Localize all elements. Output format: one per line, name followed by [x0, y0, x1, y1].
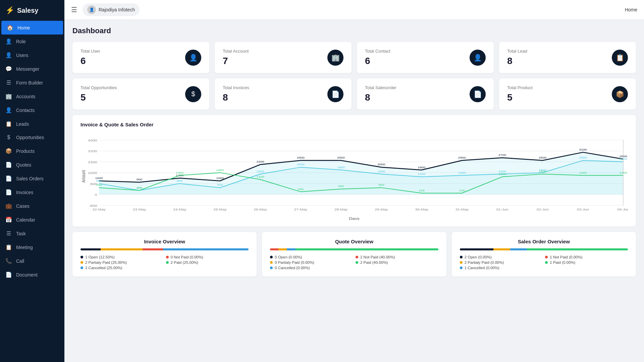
svg-text:100: 100 — [419, 189, 424, 192]
cases-icon: 💼 — [5, 203, 12, 209]
legend-label-2-2: 2 Partialy Paid (0.00%) — [465, 260, 504, 264]
sidebar-item-invoices[interactable]: 📄 Invoices — [0, 185, 64, 199]
stat-value-0: 6 — [80, 56, 100, 66]
legend-item-0-1: 0 Not Paid (0.00%) — [166, 255, 249, 259]
legend-label-1-1: 2 Not Paid (40.00%) — [360, 255, 395, 259]
stat-icon-3: 📋 — [612, 50, 628, 66]
app-logo: ⚡ Salesy — [0, 0, 64, 21]
svg-text:2500: 2500 — [458, 156, 466, 159]
sidebar-item-document[interactable]: 📄 Document — [0, 268, 64, 282]
stat-value-5: 8 — [223, 92, 249, 103]
legend-item-1-3: 2 Paid (40.00%) — [356, 260, 438, 264]
user-badge[interactable]: 👤 Rajodiya Infotech — [83, 3, 140, 16]
legend-dot-0-1 — [166, 256, 169, 258]
stat-value-1: 7 — [223, 56, 249, 66]
progress-segment-1-2 — [287, 248, 295, 250]
stats-grid-row1: Total User 6 👤 Total Account 7 🏢 Total C… — [72, 42, 636, 73]
legend-dot-2-1 — [545, 256, 548, 258]
legend-item-2-4: 1 Cancelled (0.00%) — [460, 266, 543, 270]
svg-text:28-May: 28-May — [334, 207, 348, 211]
sidebar-item-leads[interactable]: 📋 Leads — [0, 117, 64, 131]
sidebar-item-meeting[interactable]: 📋 Meeting — [0, 240, 64, 254]
invoices-icon: 📄 — [5, 189, 12, 195]
sidebar-item-quotes[interactable]: 📄 Quotes — [0, 158, 64, 172]
logo-icon: ⚡ — [5, 6, 14, 15]
sidebar-item-role[interactable]: 👤 Role — [0, 35, 64, 48]
sidebar-item-opportunities[interactable]: $ Opportunities — [0, 131, 64, 144]
sidebar-item-accounts[interactable]: 🏢 Accounts — [0, 89, 64, 103]
legend-label-0-3: 2 Paid (25.00%) — [171, 260, 198, 264]
legend-item-1-2: 0 Partialy Paid (0.00%) — [270, 260, 353, 264]
stat-value-2: 6 — [365, 56, 390, 66]
sidebar-item-cases[interactable]: 💼 Cases — [0, 199, 64, 213]
stat-icon-2: 👤 — [470, 50, 486, 66]
form-builder-icon: ☰ — [5, 79, 12, 86]
sidebar-item-messenger[interactable]: 💬 Messenger — [0, 62, 64, 76]
legend-dot-2-2 — [460, 261, 463, 264]
legend-dot-2-4 — [460, 266, 463, 269]
svg-text:1300: 1300 — [418, 173, 426, 176]
svg-text:03-Jun: 03-Jun — [577, 207, 589, 211]
stat-value-3: 8 — [507, 56, 527, 66]
sidebar-item-sales-orders[interactable]: 📄 Sales Orders — [0, 172, 64, 185]
sidebar-item-users[interactable]: 👤 Users — [0, 48, 64, 62]
svg-text:Days: Days — [349, 217, 359, 220]
stat-value-4: 5 — [80, 92, 117, 103]
progress-bar-2 — [460, 248, 628, 250]
legend-label-1-2: 0 Partialy Paid (0.00%) — [275, 260, 314, 264]
stat-info-1: Total Account 7 — [223, 49, 249, 66]
sidebar-label-sales-orders: Sales Orders — [16, 176, 44, 181]
legend-label-2-1: 1 Not Paid (0.00%) — [550, 255, 582, 259]
progress-bar-1 — [270, 248, 438, 250]
legend-item-0-2: 2 Partialy Paid (25.00%) — [80, 260, 163, 264]
stat-label-0: Total User — [80, 49, 100, 54]
legend-label-0-4: 2 Cancelled (25.00%) — [85, 266, 122, 270]
sidebar-label-meeting: Meeting — [16, 245, 33, 250]
chart-section: Invoice & Quote & Sales Order -800080016… — [72, 115, 636, 227]
header-home-link[interactable]: Home — [625, 7, 637, 12]
sidebar-label-opportunities: Opportunities — [16, 135, 44, 140]
sidebar-item-call[interactable]: 📞 Call — [0, 254, 64, 268]
legend-dot-1-0 — [270, 256, 273, 258]
stat-icon-7: 📦 — [612, 86, 628, 102]
svg-text:1300: 1300 — [498, 173, 506, 176]
stat-info-7: Total Product 5 — [507, 85, 533, 103]
sidebar-item-form-builder[interactable]: ☰ Form Builder — [0, 76, 64, 89]
legend-label-1-3: 2 Paid (40.00%) — [360, 260, 388, 264]
stat-card-5: Total Invoices 8 📄 — [215, 78, 352, 110]
legend-dot-2-0 — [460, 256, 463, 258]
home-icon: 🏠 — [7, 24, 13, 31]
stat-card-1: Total Account 7 🏢 — [215, 42, 352, 73]
stat-label-7: Total Product — [507, 85, 533, 90]
svg-text:30-May: 30-May — [415, 207, 428, 211]
svg-text:400: 400 — [338, 185, 344, 188]
sidebar-item-contacts[interactable]: 👤 Contacts — [0, 103, 64, 117]
sidebar-label-cases: Cases — [16, 203, 30, 209]
stat-card-2: Total Contact 6 👤 — [357, 42, 494, 73]
sidebar-label-messenger: Messenger — [16, 66, 39, 72]
sidebar-item-calendar[interactable]: 📅 Calendar — [0, 213, 64, 227]
legend-item-1-4: 0 Cancelled (0.00%) — [270, 266, 353, 270]
svg-text:2000: 2000 — [297, 163, 305, 166]
legend-label-2-4: 1 Cancelled (0.00%) — [465, 266, 499, 270]
sidebar-item-task[interactable]: ☰ Task — [0, 227, 64, 240]
stats-grid-row2: Total Opportunities 5 $ Total Invoices 8… — [72, 78, 636, 110]
stat-info-2: Total Contact 6 — [365, 49, 390, 66]
hamburger-button[interactable]: ☰ — [71, 6, 77, 14]
svg-text:800: 800 — [177, 179, 182, 182]
svg-text:23-May: 23-May — [133, 207, 146, 211]
sidebar-item-home[interactable]: 🏠 Home — [1, 21, 63, 35]
chart-title: Invoice & Quote & Sales Order — [80, 122, 628, 127]
stat-icon-4: $ — [185, 86, 201, 102]
svg-text:2500: 2500 — [539, 156, 546, 159]
sidebar-item-products[interactable]: 📦 Products — [0, 144, 64, 158]
svg-text:25-May: 25-May — [213, 207, 227, 211]
svg-text:1400: 1400 — [176, 171, 183, 174]
document-icon: 📄 — [5, 272, 12, 278]
svg-text:2000: 2000 — [377, 163, 385, 166]
progress-segment-2-0 — [460, 248, 493, 250]
legend-item-2-1: 1 Not Paid (0.00%) — [545, 255, 628, 259]
quotes-icon: 📄 — [5, 162, 12, 168]
legend-dot-0-0 — [80, 256, 83, 258]
page-title: Dashboard — [72, 26, 636, 35]
